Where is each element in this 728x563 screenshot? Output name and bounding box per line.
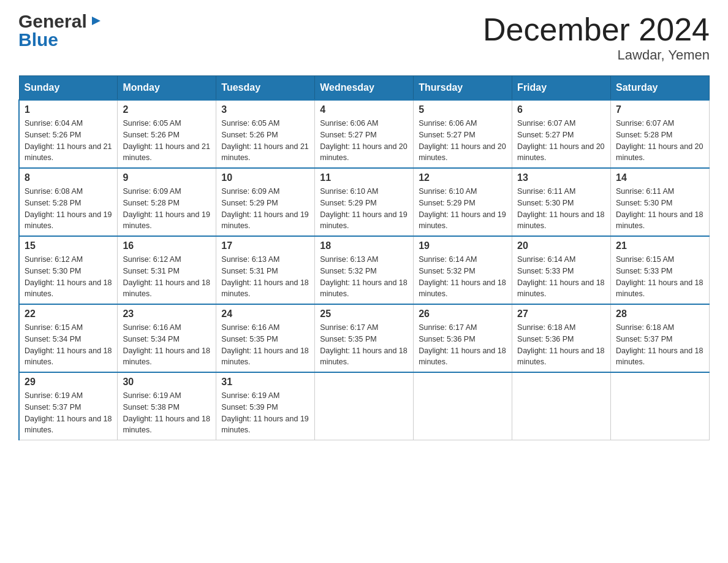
day-info: Sunrise: 6:17 AMSunset: 5:35 PMDaylight:… <box>320 323 407 366</box>
day-info: Sunrise: 6:12 AMSunset: 5:30 PMDaylight:… <box>25 255 112 298</box>
day-info: Sunrise: 6:11 AMSunset: 5:30 PMDaylight:… <box>616 187 703 230</box>
calendar-cell: 18 Sunrise: 6:13 AMSunset: 5:32 PMDaylig… <box>315 236 414 304</box>
day-number: 29 <box>25 377 112 388</box>
header-sunday: Sunday <box>19 76 118 101</box>
week-row-1: 1 Sunrise: 6:04 AMSunset: 5:26 PMDayligh… <box>19 100 710 168</box>
header-tuesday: Tuesday <box>216 76 315 101</box>
calendar-cell: 14 Sunrise: 6:11 AMSunset: 5:30 PMDaylig… <box>611 168 710 236</box>
calendar-cell: 12 Sunrise: 6:10 AMSunset: 5:29 PMDaylig… <box>414 168 512 236</box>
day-info: Sunrise: 6:09 AMSunset: 5:28 PMDaylight:… <box>123 187 210 230</box>
day-number: 25 <box>320 308 408 320</box>
day-number: 20 <box>517 240 605 251</box>
title-block: December 2024 Lawdar, Yemen <box>483 12 710 63</box>
day-number: 22 <box>25 308 112 320</box>
calendar-cell: 6 Sunrise: 6:07 AMSunset: 5:27 PMDayligh… <box>512 100 611 168</box>
logo-blue-text: Blue <box>18 29 58 50</box>
week-row-3: 15 Sunrise: 6:12 AMSunset: 5:30 PMDaylig… <box>19 236 710 304</box>
day-number: 1 <box>25 104 112 115</box>
day-number: 13 <box>517 172 605 183</box>
day-info: Sunrise: 6:17 AMSunset: 5:36 PMDaylight:… <box>419 323 506 366</box>
day-number: 4 <box>320 104 408 115</box>
header-monday: Monday <box>118 76 216 101</box>
day-info: Sunrise: 6:19 AMSunset: 5:37 PMDaylight:… <box>25 391 112 434</box>
calendar-cell <box>611 372 710 440</box>
day-number: 12 <box>419 172 507 183</box>
calendar-cell: 24 Sunrise: 6:16 AMSunset: 5:35 PMDaylig… <box>216 304 315 372</box>
day-number: 26 <box>419 308 507 320</box>
calendar-cell: 21 Sunrise: 6:15 AMSunset: 5:33 PMDaylig… <box>611 236 710 304</box>
calendar-cell: 23 Sunrise: 6:16 AMSunset: 5:34 PMDaylig… <box>118 304 216 372</box>
week-row-5: 29 Sunrise: 6:19 AMSunset: 5:37 PMDaylig… <box>19 372 710 440</box>
day-info: Sunrise: 6:11 AMSunset: 5:30 PMDaylight:… <box>517 187 604 230</box>
page-header: General Blue December 2024 Lawdar, Yemen <box>18 12 710 63</box>
day-number: 24 <box>221 308 309 320</box>
calendar-cell: 28 Sunrise: 6:18 AMSunset: 5:37 PMDaylig… <box>611 304 710 372</box>
calendar-cell <box>414 372 512 440</box>
calendar-cell: 29 Sunrise: 6:19 AMSunset: 5:37 PMDaylig… <box>19 372 118 440</box>
location: Lawdar, Yemen <box>483 47 710 63</box>
week-row-4: 22 Sunrise: 6:15 AMSunset: 5:34 PMDaylig… <box>19 304 710 372</box>
day-info: Sunrise: 6:15 AMSunset: 5:34 PMDaylight:… <box>25 323 112 366</box>
day-number: 15 <box>25 240 112 251</box>
day-info: Sunrise: 6:19 AMSunset: 5:39 PMDaylight:… <box>221 391 308 434</box>
header-wednesday: Wednesday <box>315 76 414 101</box>
day-info: Sunrise: 6:16 AMSunset: 5:35 PMDaylight:… <box>221 323 308 366</box>
day-number: 28 <box>616 308 704 320</box>
day-number: 5 <box>419 104 507 115</box>
day-info: Sunrise: 6:10 AMSunset: 5:29 PMDaylight:… <box>320 187 407 230</box>
day-number: 16 <box>123 240 211 251</box>
calendar-cell: 31 Sunrise: 6:19 AMSunset: 5:39 PMDaylig… <box>216 372 315 440</box>
calendar-cell <box>315 372 414 440</box>
day-info: Sunrise: 6:19 AMSunset: 5:38 PMDaylight:… <box>123 391 210 434</box>
day-number: 7 <box>616 104 704 115</box>
calendar-cell: 20 Sunrise: 6:14 AMSunset: 5:33 PMDaylig… <box>512 236 611 304</box>
day-number: 19 <box>419 240 507 251</box>
month-title: December 2024 <box>483 12 710 47</box>
calendar-cell: 8 Sunrise: 6:08 AMSunset: 5:28 PMDayligh… <box>19 168 118 236</box>
day-number: 18 <box>320 240 408 251</box>
day-info: Sunrise: 6:07 AMSunset: 5:27 PMDaylight:… <box>517 119 604 162</box>
logo: General Blue <box>18 12 103 49</box>
calendar-cell: 25 Sunrise: 6:17 AMSunset: 5:35 PMDaylig… <box>315 304 414 372</box>
day-info: Sunrise: 6:12 AMSunset: 5:31 PMDaylight:… <box>123 255 210 298</box>
day-info: Sunrise: 6:16 AMSunset: 5:34 PMDaylight:… <box>123 323 210 366</box>
calendar-cell: 26 Sunrise: 6:17 AMSunset: 5:36 PMDaylig… <box>414 304 512 372</box>
calendar-cell: 5 Sunrise: 6:06 AMSunset: 5:27 PMDayligh… <box>414 100 512 168</box>
logo-general-text: General <box>18 12 87 31</box>
header-friday: Friday <box>512 76 611 101</box>
day-info: Sunrise: 6:08 AMSunset: 5:28 PMDaylight:… <box>25 187 112 230</box>
header-thursday: Thursday <box>414 76 512 101</box>
calendar-cell: 19 Sunrise: 6:14 AMSunset: 5:32 PMDaylig… <box>414 236 512 304</box>
calendar-cell: 10 Sunrise: 6:09 AMSunset: 5:29 PMDaylig… <box>216 168 315 236</box>
day-info: Sunrise: 6:13 AMSunset: 5:31 PMDaylight:… <box>221 255 308 298</box>
calendar-cell: 4 Sunrise: 6:06 AMSunset: 5:27 PMDayligh… <box>315 100 414 168</box>
calendar-cell: 11 Sunrise: 6:10 AMSunset: 5:29 PMDaylig… <box>315 168 414 236</box>
day-number: 30 <box>123 377 211 388</box>
calendar-cell <box>512 372 611 440</box>
day-info: Sunrise: 6:13 AMSunset: 5:32 PMDaylight:… <box>320 255 407 298</box>
day-number: 2 <box>123 104 211 115</box>
calendar-cell: 2 Sunrise: 6:05 AMSunset: 5:26 PMDayligh… <box>118 100 216 168</box>
calendar-table: SundayMondayTuesdayWednesdayThursdayFrid… <box>18 75 710 440</box>
day-info: Sunrise: 6:14 AMSunset: 5:32 PMDaylight:… <box>419 255 506 298</box>
day-info: Sunrise: 6:18 AMSunset: 5:37 PMDaylight:… <box>616 323 703 366</box>
calendar-cell: 15 Sunrise: 6:12 AMSunset: 5:30 PMDaylig… <box>19 236 118 304</box>
day-info: Sunrise: 6:05 AMSunset: 5:26 PMDaylight:… <box>221 119 308 162</box>
day-number: 3 <box>221 104 309 115</box>
calendar-cell: 27 Sunrise: 6:18 AMSunset: 5:36 PMDaylig… <box>512 304 611 372</box>
calendar-cell: 16 Sunrise: 6:12 AMSunset: 5:31 PMDaylig… <box>118 236 216 304</box>
svg-marker-0 <box>92 17 100 25</box>
day-info: Sunrise: 6:07 AMSunset: 5:28 PMDaylight:… <box>616 119 703 162</box>
day-info: Sunrise: 6:06 AMSunset: 5:27 PMDaylight:… <box>320 119 407 162</box>
logo-arrow-icon <box>89 14 103 29</box>
day-number: 23 <box>123 308 211 320</box>
day-number: 6 <box>517 104 605 115</box>
day-info: Sunrise: 6:15 AMSunset: 5:33 PMDaylight:… <box>616 255 703 298</box>
day-number: 10 <box>221 172 309 183</box>
calendar-cell: 22 Sunrise: 6:15 AMSunset: 5:34 PMDaylig… <box>19 304 118 372</box>
day-info: Sunrise: 6:05 AMSunset: 5:26 PMDaylight:… <box>123 119 210 162</box>
day-number: 17 <box>221 240 309 251</box>
calendar-cell: 3 Sunrise: 6:05 AMSunset: 5:26 PMDayligh… <box>216 100 315 168</box>
day-info: Sunrise: 6:18 AMSunset: 5:36 PMDaylight:… <box>517 323 604 366</box>
day-info: Sunrise: 6:04 AMSunset: 5:26 PMDaylight:… <box>25 119 112 162</box>
